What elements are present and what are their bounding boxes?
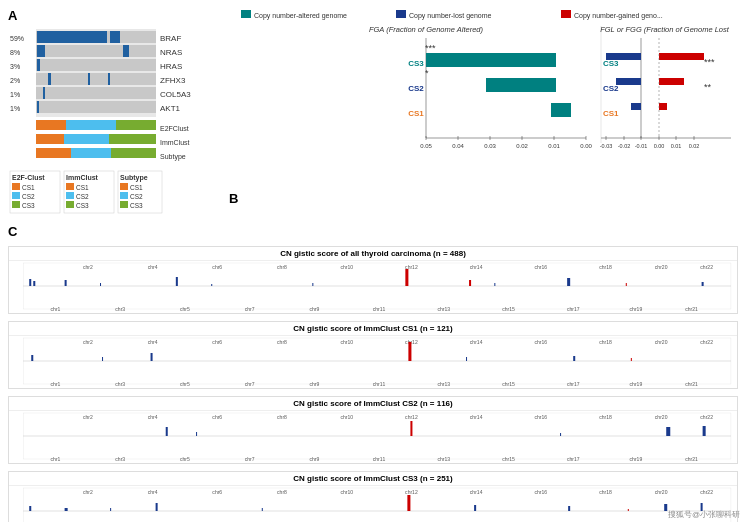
legend-sub-cs2-color [120,192,128,199]
hras-marks [37,59,40,71]
fgg-star-cs2: ** [704,82,712,92]
cs1-cn-17a [573,356,575,361]
fgg-label-n03: -0.03 [600,143,613,149]
legend-cna-label: Copy number-altered genome [254,12,347,20]
nras-row-bg [36,45,156,57]
fgg-label-02: 0.02 [689,143,700,149]
cs2-chr8-top: chr8 [277,414,287,420]
chr2-top: chr2 [83,264,93,270]
legend-e2f-cs3-color [12,201,20,208]
cs3-chr18-top: chr18 [599,489,612,495]
legend-e2f-cs1-color [12,183,20,190]
gistic-panel-cs1: CN gistic score of ImmClust CS1 (n = 121… [8,321,738,389]
akt1-marks [37,101,39,113]
cs1-left-label: CS1 [408,109,424,118]
cs3-cn-1b [65,508,68,511]
legend-sub-cs2-label: CS2 [130,193,143,200]
cs2-chr16-top: chr16 [535,414,548,420]
panel-a-label: A [8,8,17,23]
e2f-cs1 [36,120,66,130]
imm-cs1 [36,134,64,144]
chr1-bot: chr1 [51,306,61,312]
fgg-cs1-lost [631,103,641,110]
chr5-bot: chr5 [180,306,190,312]
cs1-chr18-top: chr18 [599,339,612,345]
fgg-cs2-lost [616,78,641,85]
top-section: A 59% 8% 3% 2% 1% 1% [8,8,738,220]
gistic-title-cs3: CN gistic score of ImmClust CS3 (n = 251… [9,472,737,486]
legend-e2f-cs3-label: CS3 [22,202,35,209]
nras-marks [37,45,45,57]
cs1-chr2-top: chr2 [83,339,93,345]
cs2-chr13-bot: chr13 [437,456,450,462]
cs1-chr20-top: chr20 [655,339,668,345]
gistic-chart-cs1: chr2 chr4 chr6 chr8 chr10 chr12 chr14 ch… [9,336,737,388]
cn-all-1b [33,281,35,286]
legend-spacer [10,123,34,125]
panel-b-svg: Copy number-altered genome Copy number-l… [241,8,731,203]
gistic-chart-all: gistic score chr2 chr4 chr6 chr8 chr10 c… [9,261,737,313]
cs1-chr16-top: chr16 [535,339,548,345]
col5a3-marks [43,87,45,99]
cs3-cn-m2 [262,508,263,511]
pct-akt1: 1% [10,105,20,112]
cs2-chr5-bot: chr5 [180,456,190,462]
track-imm: ImmClust [160,139,190,146]
cs3-chr14-top: chr14 [470,489,483,495]
cs1-cn-4a [151,353,153,361]
fgg-axis-title: FGL or FGG (Fraction of Genome Lost or G… [600,25,731,34]
cs1-chr3-bot: chr3 [115,381,125,387]
sub-cs3 [111,148,156,158]
chr8-top: chr8 [277,264,287,270]
cn-all-m5 [626,283,627,286]
fgg-cs1-gain [659,103,667,110]
cs2-chr12-top: chr12 [405,414,418,420]
gistic-chart-cs3: chr2 chr4 chr6 chr8 chr10 chr12 chr14 ch… [9,486,737,522]
legend-imm-cs3-color [66,201,74,208]
chr10-top: chr10 [340,264,353,270]
panel-a: A 59% 8% 3% 2% 1% 1% [8,8,223,220]
cs3-cn-14a [474,505,476,511]
fga-cs2-bar [486,78,556,92]
gene-braf: BRAF [160,34,181,43]
cn-all-14a [469,280,471,286]
fga-cs1-bar [551,103,571,117]
track-subtype: Subtype [160,153,186,161]
legend-sub-cs3-color [120,201,128,208]
gistic-panel-all: CN gistic score of all thyroid carcinoma… [8,246,738,314]
chr13-bot: chr13 [437,306,450,312]
cn-all-1a [29,279,31,286]
sub-cs1 [36,148,71,158]
cn-all-12a [405,269,408,286]
chr22-top: chr22 [700,264,713,270]
cs1-cn-m1 [102,357,103,361]
legend-cna-color [241,10,251,18]
fga-label-002: 0.02 [516,143,528,149]
gene-akt1: AKT1 [160,104,181,113]
fga-label-0: 0.00 [580,143,592,149]
fga-label-004: 0.04 [452,143,464,149]
watermark: 搜狐号@小张聊科研 [668,509,740,520]
cs3-chr20-top: chr20 [655,489,668,495]
cs3-left-label: CS3 [408,59,424,68]
cs1-chr7-bot: chr7 [245,381,255,387]
cs2-chr6-top: chr6 [212,414,222,420]
cs3-chr10-top: chr10 [340,489,353,495]
cs1-chr13-bot: chr13 [437,381,450,387]
gistic-bg-cs3 [23,488,731,522]
cs2-chr14-top: chr14 [470,414,483,420]
panel-c-label: C [8,224,17,239]
legend-e2f-title: E2F-Clust [12,174,45,181]
gistic-panel-cs3: CN gistic score of ImmClust CS3 (n = 251… [8,471,738,522]
chr7-bot: chr7 [245,306,255,312]
chr16-top: chr16 [535,264,548,270]
gistic-svg-cs1: chr2 chr4 chr6 chr8 chr10 chr12 chr14 ch… [9,336,737,388]
cn-all-m3 [312,283,313,286]
chr17-bot: chr17 [567,306,580,312]
cs2-right-label: CS2 [603,84,619,93]
cn-all-1c [65,280,67,286]
fga-star-cs2: * [425,68,429,78]
cs2-chr9-bot: chr9 [309,456,319,462]
legend-cng-color [561,10,571,18]
legend-cng-label: Copy number-gained geno... [574,12,663,20]
